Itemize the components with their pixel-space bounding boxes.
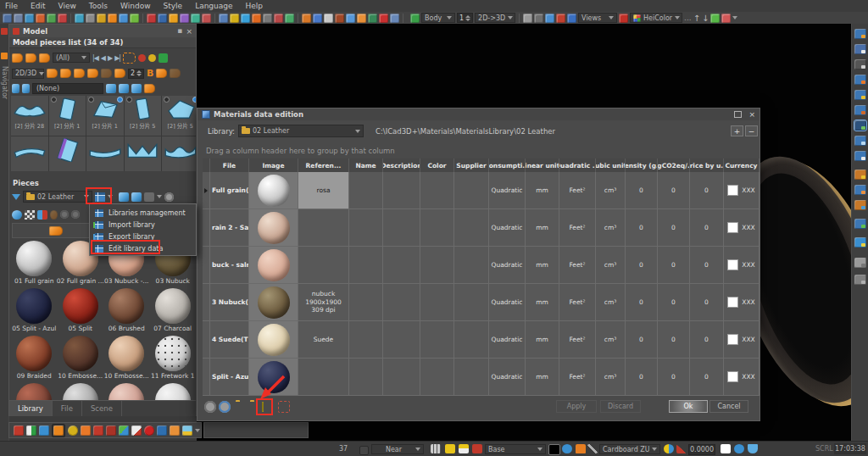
model-tab-icon[interactable] [1,28,8,35]
piece-tool-icon[interactable] [101,69,112,78]
cell-cubic-units[interactable]: cm³ [596,172,626,209]
settings-gear-icon[interactable] [204,401,216,413]
menu-view[interactable]: View [58,2,76,10]
material-tool-icon[interactable] [854,44,866,54]
lock-icon[interactable] [576,444,586,453]
toolbar-icon[interactable] [75,14,84,23]
navigator-tab[interactable]: Navigator [0,66,8,99]
toolbar-icon[interactable] [202,14,211,23]
cell-supplier[interactable] [454,247,489,284]
toolbar-icon[interactable] [130,14,139,23]
cell-color[interactable] [420,247,454,284]
tab-library[interactable]: Library [9,401,53,416]
first-piece-button[interactable]: |◀ [92,54,98,62]
prev-piece-button[interactable]: ◀ [101,54,105,62]
close-icon[interactable]: × [186,27,192,36]
cell-linear-units[interactable]: mm [526,172,559,209]
last-piece-button[interactable]: ▶| [114,54,120,62]
toolbar-icon[interactable] [302,14,311,23]
cell-consumption[interactable]: Quadratic [489,247,526,284]
chevron-down-icon[interactable] [732,16,737,19]
cell-name[interactable] [349,284,383,321]
toolbar-icon[interactable] [252,14,261,23]
column-header[interactable]: Color [420,158,454,173]
material-swatch[interactable]: 01 Full grain [11,241,58,288]
cell-reference[interactable]: Suede [298,321,349,359]
cell-density[interactable]: 0 [626,359,658,396]
toolbar-icon[interactable] [241,14,250,23]
chevron-down-icon[interactable] [195,429,200,432]
cell-kgco2[interactable]: 0 [658,359,690,396]
material-tool-icon[interactable] [854,75,866,85]
color-swatch-white[interactable] [721,444,731,453]
column-header[interactable]: Referen... [298,158,349,173]
frame-checkbox[interactable] [359,446,369,455]
discard-button[interactable]: Discard [600,400,641,413]
cell-density[interactable]: 0 [626,321,658,359]
cell-kgco2[interactable]: 0 [658,209,690,247]
toolbar-icon[interactable] [313,14,322,23]
dialog-titlebar[interactable]: Materials data edition × [198,108,760,120]
piece-thumbnail[interactable]: [2] 分片 1 [86,96,124,136]
column-header[interactable]: Consumpti... [489,158,526,173]
droplet-icon[interactable] [748,444,758,453]
cell-reference[interactable]: rosa [298,172,349,209]
material-tool-icon[interactable] [854,237,866,247]
column-header[interactable]: Name [349,158,383,173]
copy-piece-icon[interactable] [156,69,167,78]
toolbar-icon[interactable] [324,14,333,23]
machine-dropdown[interactable]: Cardboard ZUND [599,444,660,454]
currency-checkbox[interactable] [727,222,738,233]
piece-thumbnail[interactable]: [2] 分片 5 [162,96,196,136]
cell-name[interactable] [349,359,383,396]
toolbar-icon[interactable] [346,14,355,23]
cell-name[interactable] [349,209,383,247]
cell-description[interactable] [383,284,420,321]
cell-description[interactable] [383,172,420,209]
add-library-button[interactable]: + [731,125,743,136]
table-view-icon[interactable] [431,444,441,453]
toolbar-icon[interactable] [47,14,56,23]
layers-icon[interactable] [523,14,532,23]
layers-icon[interactable] [459,444,469,453]
magnet-icon[interactable] [12,84,19,93]
select-group-icon[interactable] [22,84,30,93]
menu-help[interactable]: Help [246,2,264,10]
cell-consumption[interactable]: Quadratic [489,172,526,209]
tool-icon-active[interactable] [52,424,65,437]
cell-image[interactable] [249,209,298,247]
spinner-arrows-icon[interactable] [465,15,470,21]
column-header[interactable]: Cubic units [596,158,626,173]
cell-supplier[interactable] [454,284,489,321]
currency-checkbox[interactable] [727,334,738,345]
cut-icon[interactable] [131,84,142,93]
cell-density[interactable]: 0 [626,172,658,209]
cell-name[interactable] [349,247,383,284]
tool-icon[interactable] [144,425,154,436]
tool-icon[interactable] [93,425,103,436]
remove-library-button[interactable]: − [745,125,758,136]
cell-consumption[interactable]: Quadratic [489,284,526,321]
toolbar-icon[interactable] [25,14,34,23]
piece-thumbnail[interactable] [11,136,48,171]
toolbar-icon[interactable] [379,14,388,23]
shoe-2d-icon[interactable] [545,14,554,23]
material-tool-icon[interactable] [854,136,866,146]
cell-file[interactable]: buck - salm [210,247,249,284]
cell-density[interactable]: 0 [626,209,658,247]
render-icon[interactable] [567,14,576,23]
toolbar-icon[interactable] [335,14,344,23]
menu-item-export-library[interactable]: Export library [90,231,196,242]
currency-checkbox[interactable] [727,185,738,196]
menu-item-edit-library-data[interactable]: Edit library data [90,242,196,254]
cell-price[interactable]: 0 [690,284,724,321]
library-dropdown[interactable]: 02 Leather [23,191,92,203]
cell-currency[interactable]: XXX [724,284,760,321]
cell-file[interactable]: 3 Nubuck(T [210,284,249,321]
flip-icon[interactable] [144,84,155,93]
mode-dropdown[interactable]: 2D->3D [475,13,515,23]
cell-linear-units[interactable]: mm [526,247,559,284]
next-piece-button[interactable]: ▶ [108,54,112,62]
toolbar-icon[interactable] [169,14,178,23]
tool-icon[interactable] [119,425,129,436]
